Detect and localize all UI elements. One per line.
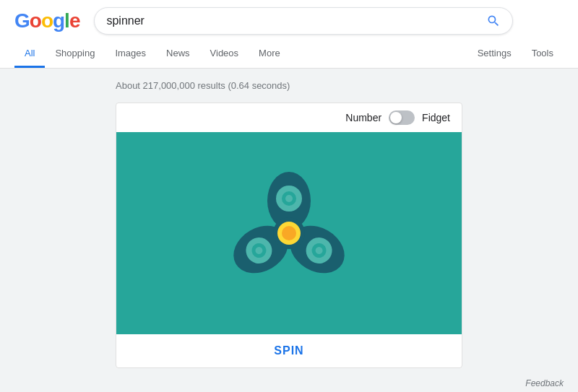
search-button[interactable] xyxy=(486,14,501,28)
logo-letter-e: e xyxy=(69,9,80,32)
header: Google All Shopping Images News Videos M… xyxy=(0,0,578,69)
tab-news[interactable]: News xyxy=(156,40,200,68)
feedback-row: Feedback xyxy=(0,375,578,391)
google-logo[interactable]: Google xyxy=(14,9,79,32)
tab-more[interactable]: More xyxy=(249,40,290,68)
spinner-toggle[interactable] xyxy=(389,110,415,125)
search-icon xyxy=(486,14,501,28)
spinner-card: Number Fidget xyxy=(116,103,462,368)
nav-tabs: All Shopping Images News Videos More Set… xyxy=(14,40,564,68)
logo-letter-l: l xyxy=(64,9,69,32)
toggle-knob xyxy=(390,112,402,123)
tab-images[interactable]: Images xyxy=(105,40,156,68)
tab-all[interactable]: All xyxy=(14,40,45,68)
main-content: About 217,000,000 results (0.64 seconds)… xyxy=(0,69,578,375)
search-box[interactable] xyxy=(94,7,513,35)
tab-shopping[interactable]: Shopping xyxy=(45,40,105,68)
tab-tools[interactable]: Tools xyxy=(522,40,564,68)
spinner-canvas[interactable] xyxy=(116,132,462,334)
tab-videos[interactable]: Videos xyxy=(200,40,249,68)
logo-letter-o2: o xyxy=(41,9,53,32)
spin-button[interactable]: SPIN xyxy=(274,344,303,357)
search-input[interactable] xyxy=(106,14,486,27)
fidget-label: Fidget xyxy=(422,112,450,123)
logo-letter-g: G xyxy=(14,9,30,32)
spinner-header: Number Fidget xyxy=(116,103,462,132)
logo-letter-o1: o xyxy=(30,9,41,32)
spinner-footer: SPIN xyxy=(116,334,462,367)
fidget-spinner[interactable] xyxy=(217,161,361,305)
logo-letter-g2: g xyxy=(53,9,64,32)
feedback-link[interactable]: Feedback xyxy=(525,378,564,388)
results-count: About 217,000,000 results (0.64 seconds) xyxy=(116,80,462,91)
number-label: Number xyxy=(345,112,381,123)
tab-settings[interactable]: Settings xyxy=(467,40,522,68)
svg-point-14 xyxy=(282,226,296,240)
svg-point-6 xyxy=(285,195,293,202)
nav-right: Settings Tools xyxy=(467,40,564,68)
